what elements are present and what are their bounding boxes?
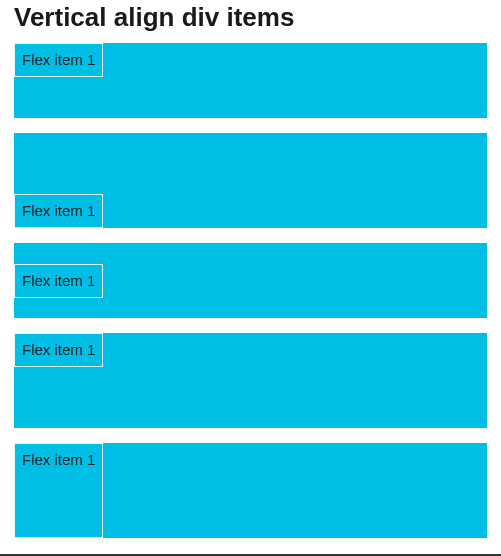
flex-container-start: Flex item 1: [14, 43, 487, 118]
flex-item: Flex item 1: [14, 43, 103, 77]
flex-container-center: Flex item 1: [14, 243, 487, 318]
flex-item: Flex item 1: [14, 443, 103, 538]
flex-item: Flex item 1: [14, 264, 103, 298]
flex-item: Flex item 1: [14, 333, 103, 367]
flex-container-end: Flex item 1: [14, 133, 487, 228]
scroll-viewport[interactable]: Vertical align div items Flex item 1 Fle…: [0, 0, 501, 556]
flex-container-stretch: Flex item 1: [14, 443, 487, 538]
flex-item: Flex item 1: [14, 194, 103, 228]
flex-container-baseline: Flex item 1: [14, 333, 487, 428]
page-title: Vertical align div items: [14, 2, 487, 33]
page-content: Vertical align div items Flex item 1 Fle…: [0, 2, 501, 556]
